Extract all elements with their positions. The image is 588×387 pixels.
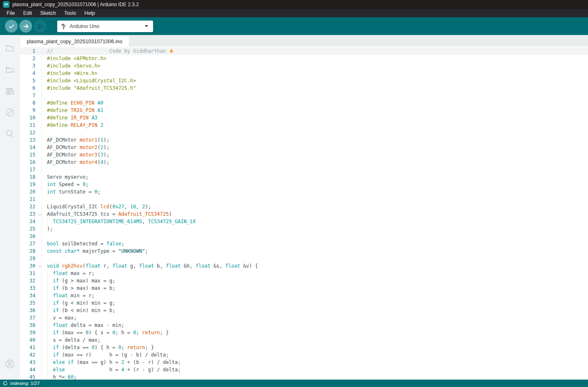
code-line[interactable]: 44 else h = 4 + (r - g) / delta; xyxy=(20,366,588,373)
line-number[interactable]: 43 xyxy=(20,359,35,366)
code-line[interactable]: 36 if (b < min) min = b; xyxy=(20,307,588,314)
code-line[interactable]: 22LiquidCrystal_I2C lcd(0x27, 16, 2); xyxy=(20,203,588,210)
code-line[interactable]: 1// Code by Siddharthan xyxy=(20,47,588,55)
line-number[interactable]: 6 xyxy=(20,84,35,92)
fold-chevron[interactable] xyxy=(35,262,47,270)
board-selector[interactable]: Arduino Uno xyxy=(57,21,153,32)
line-number[interactable]: 28 xyxy=(20,247,35,255)
line-number[interactable]: 26 xyxy=(20,233,35,240)
line-number[interactable]: 32 xyxy=(20,277,35,284)
line-number[interactable]: 18 xyxy=(20,173,35,181)
code-line[interactable]: 21 xyxy=(20,196,588,203)
code-line[interactable]: 19int Speed = 0; xyxy=(20,181,588,188)
menu-item-help[interactable]: Help xyxy=(80,10,99,16)
sidebar-item-search[interactable] xyxy=(0,124,20,144)
line-number[interactable]: 21 xyxy=(20,196,35,203)
line-number[interactable]: 11 xyxy=(20,121,35,129)
line-number[interactable]: 41 xyxy=(20,344,35,351)
sidebar-item-account[interactable] xyxy=(0,354,20,374)
code-line[interactable]: 12 xyxy=(20,129,588,136)
code-line[interactable]: 41 if (delta == 0) { h = 0; return; } xyxy=(20,344,588,351)
line-number[interactable]: 14 xyxy=(20,144,35,151)
code-line[interactable]: 16AF_DCMotor motor4(4); xyxy=(20,159,588,166)
code-line[interactable]: 28const char* majorType = "UNKNOWN"; xyxy=(20,247,588,255)
fold-chevron[interactable] xyxy=(35,210,47,218)
tab-active[interactable]: plasma_plant_copy_20251031071006.ino xyxy=(20,36,129,47)
code-editor[interactable]: 1// Code by Siddharthan 2#include <AFMot… xyxy=(20,47,588,380)
line-number[interactable]: 17 xyxy=(20,166,35,173)
code-line[interactable]: 35 if (g < min) min = g; xyxy=(20,299,588,307)
code-line[interactable]: 7 xyxy=(20,92,588,99)
line-number[interactable]: 13 xyxy=(20,136,35,144)
code-line[interactable]: 40 s = delta / max; xyxy=(20,336,588,344)
line-number[interactable]: 40 xyxy=(20,336,35,344)
line-number[interactable]: 2 xyxy=(20,55,35,62)
code-line[interactable]: 11#define RELAY_PIN 2 xyxy=(20,121,588,129)
code-line[interactable]: 25); xyxy=(20,225,588,233)
line-number[interactable]: 9 xyxy=(20,107,35,114)
code-line[interactable]: 6#include "Adafruit_TCS34725.h" xyxy=(20,84,588,92)
code-line[interactable]: 23Adafruit_TCS34725 tcs = Adafruit_TCS34… xyxy=(20,210,588,218)
line-number[interactable]: 19 xyxy=(20,181,35,188)
line-number[interactable]: 15 xyxy=(20,151,35,159)
code-line[interactable]: 2#include <AFMotor.h> xyxy=(20,55,588,62)
sidebar-item-sketchbook[interactable] xyxy=(0,38,20,58)
menu-item-edit[interactable]: Edit xyxy=(19,10,36,16)
menu-item-sketch[interactable]: Sketch xyxy=(36,10,60,16)
code-line[interactable]: 9#define TRIG_PIN A1 xyxy=(20,107,588,114)
code-line[interactable]: 29 xyxy=(20,255,588,262)
code-line[interactable]: 32 if (g > max) max = g; xyxy=(20,277,588,284)
code-line[interactable]: 8#define ECHO_PIN A0 xyxy=(20,99,588,107)
line-number[interactable]: 7 xyxy=(20,92,35,99)
code-line[interactable]: 18Servo myservo; xyxy=(20,173,588,181)
code-line[interactable]: 26 xyxy=(20,233,588,240)
verify-button[interactable] xyxy=(5,20,18,33)
debug-button[interactable] xyxy=(34,20,46,33)
line-number[interactable]: 12 xyxy=(20,129,35,136)
code-line[interactable]: 24 TCS34725_INTEGRATIONTIME_614MS, TCS34… xyxy=(20,218,588,225)
code-line[interactable]: 4#include <Wire.h> xyxy=(20,70,588,77)
code-line[interactable]: 14AF_DCMotor motor2(2); xyxy=(20,144,588,151)
code-line[interactable]: 13AF_DCMotor motor1(1); xyxy=(20,136,588,144)
line-number[interactable]: 33 xyxy=(20,284,35,292)
code-line[interactable]: 42 if (max == r) h = (g - b) / delta; xyxy=(20,351,588,359)
line-number[interactable]: 31 xyxy=(20,270,35,277)
line-number[interactable]: 42 xyxy=(20,351,35,359)
code-line[interactable]: 45 h *= 60; xyxy=(20,373,588,380)
line-number[interactable]: 27 xyxy=(20,240,35,247)
sidebar-item-debug[interactable] xyxy=(0,103,20,122)
sidebar-item-boards-manager[interactable] xyxy=(0,60,20,79)
line-number[interactable]: 44 xyxy=(20,366,35,373)
code-line[interactable]: 30void rgb2hsv(float r, float g, float b… xyxy=(20,262,588,270)
code-line[interactable]: 43 else if (max == g) h = 2 + (b - r) / … xyxy=(20,359,588,366)
code-line[interactable]: 17 xyxy=(20,166,588,173)
line-number[interactable]: 1 xyxy=(20,47,35,55)
line-number[interactable]: 24 xyxy=(20,218,35,225)
line-number[interactable]: 10 xyxy=(20,114,35,121)
line-number[interactable]: 16 xyxy=(20,159,35,166)
code-line[interactable]: 20int turnState = 0; xyxy=(20,188,588,196)
line-number[interactable]: 45 xyxy=(20,373,35,380)
line-number[interactable]: 25 xyxy=(20,225,35,233)
line-number[interactable]: 35 xyxy=(20,299,35,307)
menu-item-file[interactable]: File xyxy=(2,10,19,16)
code-line[interactable]: 27bool soilDetected = false; xyxy=(20,240,588,247)
upload-button[interactable] xyxy=(19,20,32,33)
sidebar-item-library-manager[interactable] xyxy=(0,81,20,101)
code-line[interactable]: 37 v = max; xyxy=(20,314,588,322)
line-number[interactable]: 34 xyxy=(20,292,35,299)
line-number[interactable]: 8 xyxy=(20,99,35,107)
line-number[interactable]: 22 xyxy=(20,203,35,210)
code-line[interactable]: 34 float min = r; xyxy=(20,292,588,299)
code-line[interactable]: 10#define IR_PIN A3 xyxy=(20,114,588,121)
line-number[interactable]: 3 xyxy=(20,62,35,70)
line-number[interactable]: 36 xyxy=(20,307,35,314)
line-number[interactable]: 37 xyxy=(20,314,35,322)
line-number[interactable]: 4 xyxy=(20,70,35,77)
code-line[interactable]: 33 if (b > max) max = b; xyxy=(20,284,588,292)
code-line[interactable]: 5#include <LiquidCrystal_I2C.h> xyxy=(20,77,588,84)
line-number[interactable]: 20 xyxy=(20,188,35,196)
code-line[interactable]: 3#include <Servo.h> xyxy=(20,62,588,70)
code-line[interactable]: 38 float delta = max - min; xyxy=(20,322,588,329)
line-number[interactable]: 29 xyxy=(20,255,35,262)
